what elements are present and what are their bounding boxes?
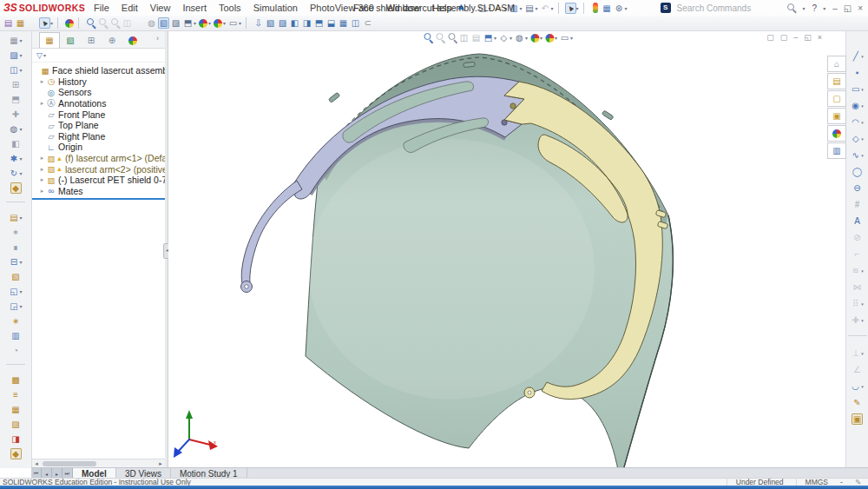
mate-icon[interactable]: ◫ ▾ (8, 63, 23, 77)
flyout-arrow-icon[interactable]: ▾ (570, 35, 573, 41)
flyout-arrow-icon[interactable]: ▾ (625, 5, 628, 11)
selection-tool-icon[interactable]: ◆ ▾ (10, 446, 22, 461)
select-cursor-icon[interactable]: ▾ (39, 17, 54, 29)
filter-dropdown-icon[interactable]: ▾ (43, 52, 46, 58)
defeature-icon[interactable]: ▦ ▾ (10, 402, 22, 417)
offset-entities-icon[interactable]: ≋ ▾ (850, 262, 865, 279)
add-relation-icon[interactable]: ⊥ ▾ (850, 345, 865, 361)
open-document-icon[interactable]: ▱ ▾ (492, 3, 507, 14)
apply-scene-icon[interactable]: ▾ (544, 33, 558, 43)
assembly-features-icon[interactable]: ◧ ▾ (10, 136, 22, 151)
performance-evaluation-icon[interactable]: ◔ ▾ (10, 343, 22, 358)
move-component-icon[interactable]: ◨ ▾ (301, 17, 312, 29)
undo-icon[interactable]: ↶ ▾ (540, 3, 555, 14)
sketch-grid-icon[interactable]: # ▾ (852, 196, 863, 213)
restore-doc-icon[interactable]: ◱ (804, 33, 812, 42)
attach-icon[interactable]: ⊂ ▾ (362, 17, 373, 29)
print-icon[interactable]: ▤ ▾ (524, 3, 539, 14)
assembly-features-icon[interactable]: ⬓ ▾ (326, 17, 337, 29)
search-icon[interactable] (786, 3, 797, 14)
tree-item[interactable]: ◎ Sensors (32, 87, 165, 98)
flyout-arrow-icon[interactable]: ▾ (19, 259, 22, 265)
tree-item[interactable]: ▸ Ⓐ Annotations (32, 98, 165, 109)
minimize-doc-icon[interactable]: – (793, 33, 798, 42)
flyout-arrow-icon[interactable]: ▾ (208, 20, 211, 26)
flyout-arrow-icon[interactable]: ▾ (555, 35, 557, 41)
sketch-slot-icon[interactable]: ⊖ ▾ (852, 180, 863, 196)
scrollbar-thumb[interactable] (43, 461, 96, 466)
reference-geometry-icon[interactable]: ✱ ▾ (8, 151, 23, 166)
flyout-arrow-icon[interactable]: ▾ (19, 303, 22, 309)
view-orientation-icon[interactable]: ⬒ ▾ (483, 32, 497, 43)
menu-item[interactable]: Window (386, 3, 420, 13)
flyout-arrow-icon[interactable]: ▾ (551, 5, 554, 11)
zoom-to-area-icon[interactable]: ▾ (97, 17, 108, 29)
dimxpertmanager-tab[interactable]: ⊕ (102, 32, 122, 48)
tree-item[interactable]: ▱ Top Plane (32, 120, 165, 131)
flyout-arrow-icon[interactable]: ▾ (861, 384, 864, 389)
home-tab-icon[interactable]: ⌂ (827, 56, 846, 72)
show-hidden-icon[interactable]: ⬒ ▾ (313, 17, 325, 29)
sketch-point-icon[interactable]: ▪ ▾ (852, 64, 863, 81)
view-palette-icon[interactable]: ▣ (827, 108, 846, 124)
sketch-line-icon[interactable]: ╱ ▾ (850, 48, 865, 64)
find-references-icon[interactable]: ◍ ▾ (146, 17, 157, 29)
section-view-icon[interactable]: ◫ ▾ (458, 32, 470, 43)
select-cursor-icon[interactable]: ▾ (565, 3, 580, 14)
flyout-arrow-icon[interactable]: ▾ (861, 153, 864, 158)
flyout-arrow-icon[interactable]: ▾ (19, 215, 22, 221)
envelope-publisher-icon[interactable]: ▨ ▾ (10, 417, 22, 432)
expand-arrow-icon[interactable]: ▸ (38, 155, 46, 162)
scene-icon[interactable]: ▾ (213, 18, 227, 29)
linear-sketch-pattern-icon[interactable]: ⠿ ▾ (850, 295, 865, 312)
flyout-arrow-icon[interactable]: ▾ (861, 351, 864, 356)
expand-arrow-icon[interactable]: ▸ (38, 176, 46, 183)
flyout-arrow-icon[interactable]: ▾ (861, 301, 864, 307)
menu-item[interactable]: Edit (122, 3, 138, 13)
flyout-arrow-icon[interactable]: ▾ (861, 136, 864, 142)
expand-arrow-icon[interactable]: ▸ (38, 100, 46, 107)
panel-expand-chevron-icon[interactable]: › (156, 34, 163, 43)
section-view-icon[interactable]: ◫ ▾ (122, 17, 133, 29)
flyout-arrow-icon[interactable]: ▾ (503, 5, 506, 11)
mate-controller-icon[interactable]: ▩ ▾ (10, 373, 22, 387)
file-explorer-icon[interactable]: ▢ (827, 90, 846, 107)
search-commands-input[interactable]: Search Commands (677, 3, 779, 13)
tree-item[interactable]: ▸ ▨ ▲ (f) lasercut arm<1> (Default<< (32, 153, 165, 164)
flyout-arrow-icon[interactable]: ▾ (536, 5, 538, 11)
trim-entities-icon[interactable]: ⊘ ▾ (852, 229, 863, 246)
graphics-viewport[interactable]: ▾ ▾ ▾ ◫ ▾ ▤ ▾ ⬒ ▾ ◇ ▾ (168, 31, 827, 468)
edit-component-icon[interactable]: ▦ ▾ (8, 33, 23, 48)
previous-view-icon[interactable]: ▾ (109, 17, 121, 29)
sketch-fillet-icon[interactable]: ◡ ▾ (850, 378, 865, 394)
sketch-rectangle-icon[interactable]: ▭ ▾ (850, 81, 865, 97)
flyout-arrow-icon[interactable]: ▾ (510, 35, 512, 41)
filter-funnel-icon[interactable]: ▽ (36, 51, 43, 60)
featuremanager-tree-tab[interactable]: ▦ (39, 32, 60, 48)
help-dropdown-icon[interactable]: ▾ (823, 5, 825, 11)
smart-fasteners-icon[interactable]: ◧ ▾ (289, 17, 300, 29)
close-doc-icon[interactable]: × (818, 33, 822, 42)
hide-show-items-icon[interactable]: ◍ ▾ (514, 32, 529, 43)
sketch-spline-icon[interactable]: ∿ ▾ (850, 147, 865, 163)
appearance-icon[interactable]: ▾ (198, 18, 212, 29)
assembly-visualization-icon[interactable]: ▥ ▾ (10, 328, 22, 343)
smart-fasteners-icon[interactable]: ⬒ ▾ (10, 92, 22, 107)
restore-button[interactable]: ◱ (844, 3, 852, 13)
flyout-arrow-icon[interactable]: ▾ (525, 35, 528, 41)
flyout-arrow-icon[interactable]: ▾ (861, 268, 864, 274)
new-window-icon[interactable]: ▢ (766, 33, 774, 42)
magnetic-mate-icon[interactable]: ◨ ▾ (10, 432, 22, 446)
hide-show-icon[interactable]: ⬒ ▾ (182, 17, 197, 29)
flyout-arrow-icon[interactable]: ▾ (861, 87, 864, 92)
previous-view-icon[interactable]: ▾ (446, 32, 457, 43)
new-motion-study-icon[interactable]: ↻ ▾ (8, 166, 23, 181)
flyout-arrow-icon[interactable]: ▾ (19, 52, 22, 58)
flyout-arrow-icon[interactable]: ▾ (19, 126, 22, 132)
menu-item[interactable]: File (94, 3, 109, 13)
exploded-view-icon[interactable]: ✶ ▾ (10, 225, 22, 240)
menu-item[interactable]: Simulation (253, 3, 298, 13)
flyout-arrow-icon[interactable]: ▾ (540, 35, 542, 41)
displaymanager-tab[interactable] (122, 32, 143, 48)
rebuild-ball-icon[interactable]: ▾ (64, 18, 75, 29)
